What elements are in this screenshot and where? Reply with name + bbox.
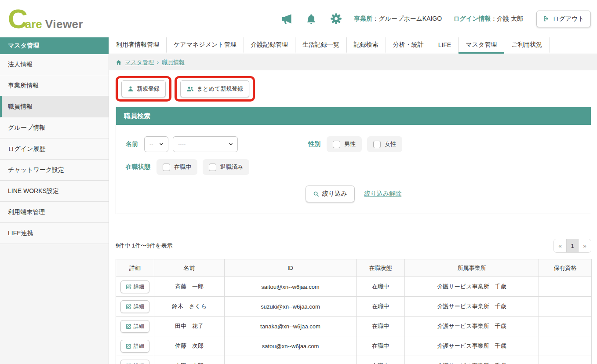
cell-qualification [539,356,592,364]
col-header-office: 所属事業所 [405,259,539,277]
edit-icon [126,284,131,290]
annotation-box: まとめて新規登録 [175,76,255,102]
tab-user-info[interactable]: 利用者情報管理 [109,37,167,54]
home-icon[interactable] [116,59,122,66]
filter-actions-row: 絞り込み 絞り込み解除 [126,186,581,202]
cell-office: 介護サービス事業所 千歳 [405,277,539,297]
pagination-next[interactable]: » [579,239,591,252]
name-label: 名前 [126,140,138,148]
detail-button-label: 詳細 [134,283,144,291]
edit-icon [126,343,131,349]
cell-status: 在職中 [357,277,405,297]
cell-name: 田中 花子 [154,317,225,336]
bulk-registration-label: まとめて新規登録 [197,85,243,93]
tab-master-management[interactable]: マスタ管理 [459,37,504,54]
gear-icon[interactable] [329,12,342,25]
checkbox-female[interactable]: 女性 [367,136,402,152]
office-value: グループホームKAIGO [379,15,442,23]
sidebar-item-login-history[interactable]: ログイン履歴 [0,138,109,160]
name-select-value: ---- [178,141,186,148]
search-icon [313,191,319,197]
retired-label: 退職済み [220,163,243,171]
cell-status: 在職中 [357,356,405,364]
employment-label: 在職状態 [126,163,150,171]
filter-button-label: 絞り込み [322,190,347,198]
cell-status: 在職中 [357,336,405,356]
sidebar-item-group-info[interactable]: グループ情報 [0,117,109,138]
detail-button[interactable]: 詳細 [120,360,149,364]
employed-checkbox-box [163,164,170,171]
col-header-name: 名前 [154,259,225,277]
detail-button[interactable]: 詳細 [120,300,149,313]
content-area: 利用者情報管理 ケアマネジメント管理 介護記録管理 生活記録一覧 記録検索 分析… [109,37,597,364]
edit-icon [126,304,131,309]
sidebar-item-lineworks-settings[interactable]: LINE WORKS設定 [0,181,109,202]
sidebar-item-device-management[interactable]: 利用端末管理 [0,202,109,223]
chevron-down-icon [228,142,233,147]
cell-qualification [539,277,592,297]
cell-office: 介護サービス事業所 千歳 [405,317,539,336]
table-row: 詳細 斉藤 一郎 saitou@xn--w6jaa.com 在職中 介護サービス… [116,277,592,297]
sidebar-item-chatwork-settings[interactable]: チャットワーク設定 [0,160,109,181]
tab-life[interactable]: LIFE [431,37,459,54]
bell-icon[interactable] [305,12,318,25]
breadcrumb-link-staff[interactable]: 職員情報 [162,58,185,66]
tab-record-search[interactable]: 記録検索 [347,37,386,54]
table-row: 詳細 田中 花子 tanaka@xn--w6jaa.com 在職中 介護サービス… [116,317,592,336]
sidebar-item-life-link[interactable]: LIFE連携 [0,223,109,244]
gender-label: 性別 [308,140,320,148]
results-summary: 9件中 1件〜9件を表示 [116,242,173,250]
office-info: 事業所：グループホームKAIGO [354,15,442,23]
page: C are Viewer [0,0,597,364]
name-prefix-select[interactable]: -- [144,136,168,152]
tab-usage-status[interactable]: ご利用状況 [504,37,550,54]
name-select[interactable]: ---- [173,136,238,152]
tab-care-management[interactable]: ケアマネジメント管理 [167,37,244,54]
checkbox-retired[interactable]: 退職済み [203,159,249,175]
detail-button[interactable]: 詳細 [120,320,149,333]
staff-table: 詳細 名前 ID 在職状態 所属事業所 保有資格 詳細 斉藤 一郎 saitou [116,259,592,364]
breadcrumb-link-master[interactable]: マスタ管理 [125,58,154,66]
sidebar-item-office-info[interactable]: 事業所情報 [0,75,109,96]
col-header-status: 在職状態 [357,259,405,277]
cell-id: tanaka@xn--w6jaa.com [225,317,357,336]
sidebar: マスタ管理 法人情報 事業所情報 職員情報 グループ情報 ログイン履歴 チャット… [0,37,109,364]
checkbox-male[interactable]: 男性 [327,136,362,152]
pagination-page-1[interactable]: 1 [566,239,579,252]
tab-care-records[interactable]: 介護記録管理 [244,37,295,54]
chevron-down-icon [159,142,164,147]
topbar-right: 事業所：グループホームKAIGO ログイン情報：介護 太郎 ログアウト [280,11,591,27]
logout-button[interactable]: ログアウト [536,11,591,27]
cell-office: 介護サービス事業所 千歳 [405,297,539,317]
breadcrumb: マスタ管理 › 職員情報 [109,54,597,70]
logo-c: C [8,6,27,32]
cell-status: 在職中 [357,317,405,336]
cell-qualification [539,336,592,356]
main-area: マスタ管理 法人情報 事業所情報 職員情報 グループ情報 ログイン履歴 チャット… [0,37,597,364]
clear-filter-link[interactable]: 絞り込み解除 [364,190,402,198]
detail-button[interactable]: 詳細 [120,340,149,353]
sidebar-item-corporate-info[interactable]: 法人情報 [0,54,109,75]
cell-id: satou@xn--w6jaa.com [225,336,357,356]
detail-button[interactable]: 詳細 [120,280,149,293]
female-checkbox-box [373,141,381,148]
login-value: 介護 太郎 [497,15,523,23]
logo-viewer: Viewer [45,18,83,31]
sidebar-item-staff-info[interactable]: 職員情報 [0,96,109,117]
new-registration-button[interactable]: 新規登録 [121,80,166,97]
tab-analytics[interactable]: 分析・統計 [386,37,431,54]
table-row: 詳細 山田 太郎 y-yamada@xn--w6jaa.com 在職中 介護サー… [116,356,592,364]
login-info: ログイン情報：介護 太郎 [453,15,523,23]
bulk-registration-button[interactable]: まとめて新規登録 [180,80,249,97]
results-row: 9件中 1件〜9件を表示 « 1 » [116,239,591,253]
tab-life-records-list[interactable]: 生活記録一覧 [295,37,347,54]
breadcrumb-separator: › [157,59,159,66]
login-label: ログイン情報 [453,15,491,23]
app-logo[interactable]: C are Viewer [8,6,83,32]
login-separator: ： [491,15,497,23]
pagination-prev[interactable]: « [554,239,566,252]
logo-are: are [25,18,42,31]
checkbox-employed[interactable]: 在職中 [157,159,197,175]
filter-button[interactable]: 絞り込み [306,186,355,202]
megaphone-icon[interactable] [280,12,293,25]
